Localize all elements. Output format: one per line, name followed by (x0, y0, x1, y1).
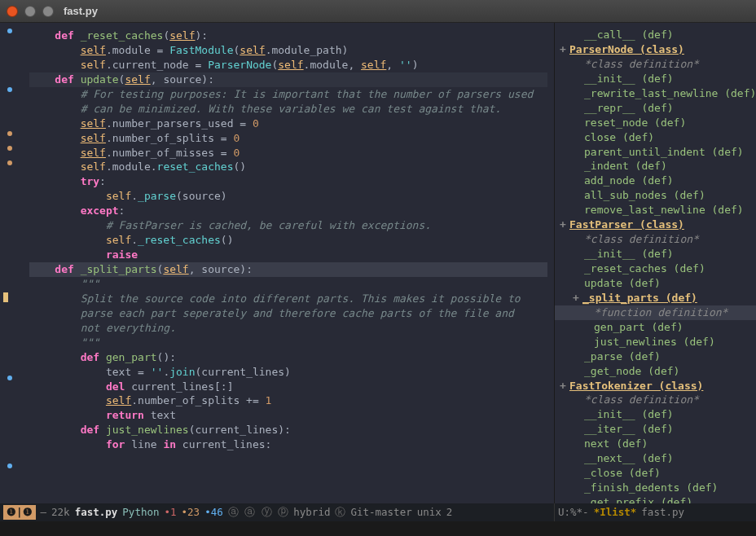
outline-item[interactable]: _finish_dedents (def) (555, 481, 756, 495)
close-icon[interactable] (7, 6, 18, 17)
code-line[interactable]: del current_lines[:] (29, 380, 547, 394)
outline-item[interactable]: parent_until_indent (def) (555, 145, 756, 160)
gutter-mark (7, 478, 12, 483)
buffer-name: *Ilist* (594, 505, 637, 519)
modeline-left: ❶|❶ – 22k fast.py Python •1 •23 •46 ⓐ ⓐ … (0, 503, 554, 521)
outline-item[interactable]: _parse (def) (555, 349, 756, 364)
gutter-mark (7, 87, 12, 92)
minibuffer[interactable] (0, 521, 756, 536)
gutter-mark (7, 160, 12, 165)
outline-item[interactable]: +FastTokenizer (class) (555, 379, 756, 393)
gutter-mark (7, 449, 12, 454)
code-line[interactable]: try: (29, 174, 547, 189)
outline-item[interactable]: _get_prefix (def) (555, 495, 756, 503)
gutter-mark (7, 146, 12, 151)
code-line[interactable]: text = ''.join(current_lines) (29, 365, 547, 380)
code-line[interactable]: for line in current_lines: (29, 437, 547, 452)
outline-item[interactable]: update (def) (555, 276, 756, 291)
outline-pane[interactable]: __call__ (def)+ParserNode (class)*class … (554, 23, 756, 503)
titlebar[interactable]: fast.py (0, 0, 756, 23)
buffer-state: U:%*- (558, 505, 589, 519)
outline-item[interactable]: close (def) (555, 130, 756, 145)
outline-item[interactable]: +FastParser (class) (555, 217, 756, 232)
flycheck-warning: •23 (182, 505, 200, 519)
outline-item[interactable]: _rewrite_last_newline (def) (555, 86, 756, 101)
outline-item[interactable]: +_split_parts (def) (555, 291, 756, 305)
outline-item[interactable]: *class definition* (555, 393, 756, 407)
code-line[interactable]: # For testing purposes: It is important … (29, 87, 547, 102)
code-line[interactable]: """ (29, 336, 547, 350)
outline-item[interactable]: __init__ (def) (555, 247, 756, 261)
outline-item[interactable]: _reset_caches (def) (555, 261, 756, 276)
outline-item[interactable]: gen_part (def) (555, 320, 756, 335)
outline-item[interactable]: +ParserNode (class) (555, 42, 756, 57)
outline-item[interactable]: just_newlines (def) (555, 335, 756, 349)
code-line[interactable]: # FastParser is cached, be careful with … (29, 218, 547, 233)
code-line[interactable]: def _reset_caches(self): (29, 29, 547, 43)
gutter-mark (7, 317, 12, 322)
outline-item[interactable]: __iter__ (def) (555, 422, 756, 437)
code-line[interactable]: self.number_parsers_used = 0 (29, 116, 547, 131)
outline-item[interactable]: __next__ (def) (555, 451, 756, 466)
code-line[interactable]: raise (29, 248, 547, 262)
code-line[interactable]: parse each part seperately and therefore… (29, 306, 547, 321)
code-line[interactable]: def gen_part(): (29, 350, 547, 365)
code-line[interactable]: not everything. (29, 321, 547, 336)
gutter-mark (7, 390, 12, 395)
gutter-mark (7, 464, 12, 468)
code-line[interactable]: self.current_node = ParserNode(self.modu… (29, 58, 547, 72)
gutter-mark (3, 292, 8, 302)
code-line[interactable]: def just_newlines(current_lines): (29, 423, 547, 437)
code-line[interactable]: # can be minimized. With these variables… (29, 102, 547, 116)
code-line[interactable]: self.number_of_splits = 0 (29, 131, 547, 146)
gutter-mark (7, 190, 12, 195)
code-line[interactable]: self._parse(source) (29, 189, 547, 204)
outline-item[interactable]: add_node (def) (555, 174, 756, 188)
gutter-mark (7, 29, 12, 33)
code-line[interactable]: def _split_parts(self, source): (29, 262, 547, 277)
gutter-mark (7, 361, 12, 366)
outline-item[interactable]: remove_last_newline (def) (555, 203, 756, 217)
indicator-icon: ❶|❶ (3, 505, 36, 519)
editor-pane[interactable]: def _reset_caches(self): self.module = F… (0, 23, 554, 503)
code-line[interactable]: self.number_of_misses = 0 (29, 146, 547, 160)
outline-item[interactable]: *class definition* (555, 57, 756, 72)
code-line[interactable]: return text (29, 408, 547, 423)
gutter-mark (7, 234, 12, 239)
code-area[interactable]: def _reset_caches(self): self.module = F… (20, 23, 554, 503)
gutter (0, 23, 20, 503)
maximize-icon[interactable] (42, 6, 54, 17)
code-line[interactable]: Split the source code into different par… (29, 292, 547, 306)
gutter-mark (7, 332, 12, 336)
code-line[interactable]: """ (29, 277, 547, 292)
position: 2 (446, 505, 453, 519)
buffer-name: fast.py (75, 505, 118, 519)
minimize-icon[interactable] (24, 6, 36, 17)
gutter-mark (7, 43, 12, 48)
code-line[interactable]: def update(self, source): (29, 72, 547, 87)
vc-branch: Git-master (350, 505, 411, 519)
major-mode: Python (122, 505, 159, 519)
code-line[interactable]: self.module.reset_caches() (29, 160, 547, 174)
modeline-right: U:%*- *Ilist* fast.py (554, 503, 756, 521)
minor-modes: ⓐ ⓐ ⓨ ⓟ (228, 505, 289, 519)
outline-item[interactable]: *class definition* (555, 232, 756, 247)
outline-item[interactable]: *function definition* (555, 305, 756, 320)
outline-item[interactable]: __init__ (def) (555, 72, 756, 86)
outline-item[interactable]: all_sub_nodes (def) (555, 188, 756, 203)
outline-item[interactable]: __repr__ (def) (555, 101, 756, 116)
outline-item[interactable]: _get_node (def) (555, 364, 756, 379)
code-line[interactable]: except: (29, 204, 547, 218)
outline-item[interactable]: __call__ (def) (555, 28, 756, 42)
code-line[interactable]: self.module = FastModule(self.module_pat… (29, 43, 547, 58)
gutter-mark (7, 302, 12, 307)
code-line[interactable]: self.number_of_splits += 1 (29, 393, 547, 408)
outline-item[interactable]: reset_node (def) (555, 116, 756, 130)
gutter-mark (7, 204, 12, 209)
flycheck-info: •46 (204, 505, 223, 519)
outline-item[interactable]: __init__ (def) (555, 407, 756, 422)
outline-item[interactable]: _indent (def) (555, 159, 756, 174)
code-line[interactable]: self._reset_caches() (29, 233, 547, 248)
outline-item[interactable]: _close (def) (555, 466, 756, 481)
outline-item[interactable]: next (def) (555, 437, 756, 451)
